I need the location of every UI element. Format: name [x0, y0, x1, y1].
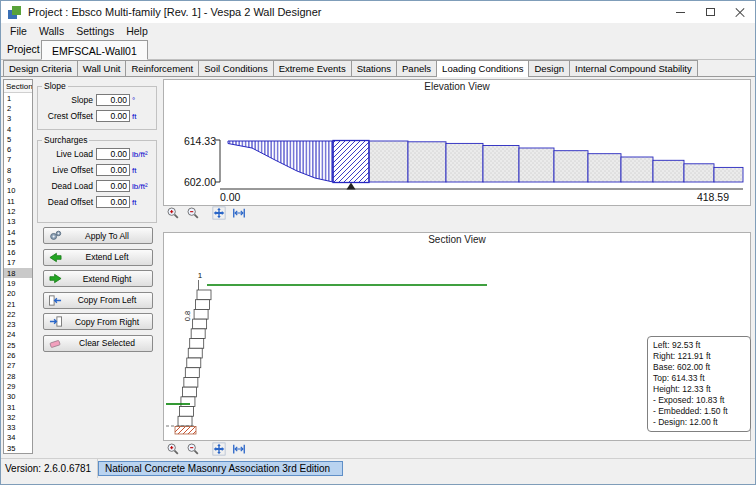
live-offset-input[interactable] — [96, 164, 130, 176]
section-row-10[interactable]: 10 — [4, 186, 32, 196]
section-row-13[interactable]: 13 — [4, 217, 32, 227]
dead-offset-input[interactable] — [96, 196, 130, 208]
close-button[interactable] — [725, 1, 755, 23]
extend-right-button[interactable]: Extend Right — [43, 270, 153, 287]
zoom-extents-button[interactable] — [210, 443, 227, 459]
section-row-19[interactable]: 19 — [4, 278, 32, 288]
selected-section-panel[interactable] — [333, 141, 369, 183]
project-button[interactable]: Project — [7, 43, 40, 55]
zoom-width-button[interactable] — [230, 207, 247, 223]
slope-input[interactable] — [96, 94, 130, 106]
elevation-base-label: 602.00 — [172, 176, 216, 188]
menu-file[interactable]: File — [4, 25, 33, 37]
apply-to-all-button[interactable]: Apply To All — [43, 227, 153, 244]
section-row-25[interactable]: 25 — [4, 340, 32, 350]
surcharges-fields: Live Loadlb/ft²Live OffsetftDead Loadlb/… — [42, 146, 152, 210]
menu-help[interactable]: Help — [120, 25, 154, 37]
section-row-21[interactable]: 21 — [4, 299, 32, 309]
section-row-18[interactable]: 18 — [4, 268, 32, 278]
section-row-20[interactable]: 20 — [4, 289, 32, 299]
section-row-6[interactable]: 6 — [4, 144, 32, 154]
zoom-out-button[interactable] — [184, 207, 201, 223]
zoom-width-button[interactable] — [230, 443, 247, 459]
section-row-27[interactable]: 27 — [4, 361, 32, 371]
section-row-33[interactable]: 33 — [4, 423, 32, 433]
section-row-29[interactable]: 29 — [4, 381, 32, 391]
extend-left-button[interactable]: Extend Left — [43, 249, 153, 266]
section-row-2[interactable]: 2 — [4, 103, 32, 113]
tab-panels[interactable]: Panels — [396, 60, 437, 76]
zoom-in-button[interactable] — [164, 443, 181, 459]
tab-loading-conditions[interactable]: Loading Conditions — [436, 60, 529, 77]
extend-left-label: Extend Left — [66, 252, 148, 262]
section-row-16[interactable]: 16 — [4, 247, 32, 257]
menu-bar: FileWallsSettingsHelp — [1, 23, 755, 38]
surcharges-group: Surcharges Live Loadlb/ft²Live OffsetftD… — [37, 135, 157, 223]
title-bar[interactable]: Project : Ebsco Multi-family [Rev. 1] - … — [1, 1, 755, 23]
zoom-out-button[interactable] — [184, 443, 201, 459]
section-row-22[interactable]: 22 — [4, 309, 32, 319]
section-row-32[interactable]: 32 — [4, 412, 32, 422]
section-row-5[interactable]: 5 — [4, 134, 32, 144]
surcharges-legend: Surcharges — [42, 135, 89, 145]
dead-load-input[interactable] — [96, 180, 130, 192]
dead-load-unit: lb/ft² — [130, 182, 152, 191]
crest-offset-input[interactable] — [96, 110, 130, 122]
arrow-left-icon — [48, 251, 63, 264]
section-row-31[interactable]: 31 — [4, 402, 32, 412]
copy-from-left-button[interactable]: Copy From Left — [43, 292, 153, 309]
batter-ratio-top-label: 1 — [198, 271, 203, 280]
section-row-34[interactable]: 34 — [4, 433, 32, 443]
section-row-23[interactable]: 23 — [4, 320, 32, 330]
section-row-26[interactable]: 26 — [4, 350, 32, 360]
minimize-button[interactable] — [665, 1, 695, 23]
clear-selected-label: Clear Selected — [66, 338, 148, 348]
tab-stations[interactable]: Stations — [351, 60, 397, 76]
tab-reinforcement[interactable]: Reinforcement — [125, 60, 199, 76]
tab-design[interactable]: Design — [528, 60, 570, 76]
crest-offset-unit: ft — [130, 112, 152, 121]
section-row-14[interactable]: 14 — [4, 227, 32, 237]
section-row-11[interactable]: 11 — [4, 196, 32, 206]
elevation-sections[interactable] — [369, 141, 743, 182]
live-offset-unit: ft — [130, 166, 152, 175]
live-load-label: Live Load — [42, 149, 96, 159]
section-row-8[interactable]: 8 — [4, 165, 32, 175]
section-row-35[interactable]: 35 — [4, 443, 32, 453]
version-label: Version: 2.6.0.6781 — [1, 459, 98, 478]
zoom-in-button[interactable] — [164, 207, 181, 223]
maximize-button[interactable] — [695, 1, 725, 23]
tab-soil-conditions[interactable]: Soil Conditions — [198, 60, 273, 76]
section-row-4[interactable]: 4 — [4, 124, 32, 134]
section-row-17[interactable]: 17 — [4, 258, 32, 268]
section-list: Section 12345678910111213141516171819202… — [3, 79, 33, 454]
design-code-cell: National Concrete Masonry Association 3r… — [98, 459, 343, 478]
tab-internal-compound-stability[interactable]: Internal Compound Stability — [569, 60, 698, 76]
section-row-15[interactable]: 15 — [4, 237, 32, 247]
clear-selected-button[interactable]: Clear Selected — [43, 335, 153, 352]
zoom-extents-button[interactable] — [210, 207, 227, 223]
section-row-12[interactable]: 12 — [4, 206, 32, 216]
tab-design-criteria[interactable]: Design Criteria — [3, 60, 78, 76]
section-row-7[interactable]: 7 — [4, 155, 32, 165]
wall-tab[interactable]: EMFSCAL-Wall01 — [41, 40, 148, 60]
maximize-icon — [706, 8, 715, 16]
batter-ratio-side-label: 0.8 — [183, 311, 192, 321]
menu-settings[interactable]: Settings — [70, 25, 120, 37]
section-row-3[interactable]: 3 — [4, 114, 32, 124]
dead-offset-label: Dead Offset — [42, 197, 96, 207]
section-row-28[interactable]: 28 — [4, 371, 32, 381]
leveling-pad — [175, 427, 196, 435]
menu-walls[interactable]: Walls — [33, 25, 70, 37]
section-row-1[interactable]: 1 — [4, 93, 32, 103]
tab-extreme-events[interactable]: Extreme Events — [273, 60, 352, 76]
crest-offset-label: Crest Offset — [42, 111, 96, 121]
tab-wall-unit[interactable]: Wall Unit — [77, 60, 127, 76]
slope-unit: ° — [130, 96, 152, 105]
copy-from-right-button[interactable]: Copy From Right — [43, 313, 153, 330]
section-row-30[interactable]: 30 — [4, 392, 32, 402]
section-row-9[interactable]: 9 — [4, 175, 32, 185]
live-load-input[interactable] — [96, 148, 130, 160]
elevation-drawing[interactable] — [212, 134, 749, 200]
section-row-24[interactable]: 24 — [4, 330, 32, 340]
